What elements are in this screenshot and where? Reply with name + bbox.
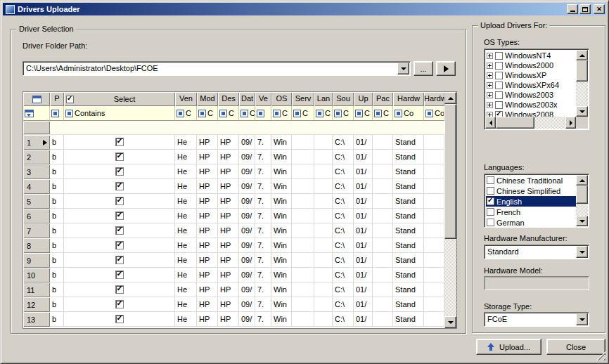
cell-p[interactable]: b xyxy=(50,150,64,164)
column-header-ve[interactable]: Ve xyxy=(255,92,271,106)
cell-p[interactable]: b xyxy=(50,312,64,327)
filter-cell-serv[interactable]: C xyxy=(292,106,314,121)
cell-hardw2[interactable] xyxy=(424,282,444,297)
scroll-up-button[interactable] xyxy=(576,50,588,60)
row-number-cell[interactable]: 7 xyxy=(23,223,50,238)
cell-p[interactable]: b xyxy=(50,268,64,282)
cell-sou[interactable]: C:\ xyxy=(333,297,354,312)
column-header-dat[interactable]: Dat xyxy=(239,92,255,106)
expand-plus-icon[interactable] xyxy=(487,82,493,89)
cell-select[interactable] xyxy=(64,194,175,209)
column-header-p[interactable]: P xyxy=(50,92,64,106)
filter-cell-p[interactable] xyxy=(50,106,64,121)
scrollbar-thumb[interactable] xyxy=(576,60,588,82)
cell-select[interactable] xyxy=(64,164,175,179)
cell-select[interactable] xyxy=(64,297,175,312)
storage-type-combobox[interactable]: FCoE xyxy=(484,312,589,327)
os-type-item[interactable]: WindowsNT4 xyxy=(486,51,576,60)
row-select-checkbox[interactable] xyxy=(115,241,124,249)
language-checkbox[interactable] xyxy=(487,219,494,226)
cell-serv[interactable] xyxy=(292,297,314,312)
expand-plus-icon[interactable] xyxy=(487,63,493,69)
cell-sou[interactable]: C:\ xyxy=(333,179,354,194)
row-number-cell[interactable]: 5 xyxy=(23,194,50,209)
cell-serv[interactable] xyxy=(292,223,314,238)
cell-dat[interactable]: 09/ xyxy=(239,253,255,268)
cell-lan[interactable] xyxy=(314,282,333,297)
cell-p[interactable]: b xyxy=(50,194,64,209)
filter-cell-ven[interactable]: C xyxy=(175,106,197,121)
cell-select[interactable] xyxy=(64,282,175,297)
cell-p[interactable]: b xyxy=(50,164,64,179)
cell-des[interactable]: HP xyxy=(218,253,239,268)
cell-pac[interactable] xyxy=(373,223,393,238)
cell-lan[interactable] xyxy=(314,135,333,150)
column-header-os[interactable]: OS xyxy=(271,92,292,106)
cell-pac[interactable] xyxy=(373,179,393,194)
table-row[interactable]: 12bHeHPHP09/7.WinC:\01/Stand xyxy=(23,297,444,312)
cell-ven[interactable]: He xyxy=(175,209,197,223)
cell-select[interactable] xyxy=(64,179,175,194)
cell-os[interactable]: Win xyxy=(271,253,292,268)
row-select-checkbox[interactable] xyxy=(115,212,124,220)
cell-dat[interactable]: 09/ xyxy=(239,150,255,164)
cell-hardw2[interactable] xyxy=(424,253,444,268)
cell-select[interactable] xyxy=(64,238,175,253)
cell-hardw2[interactable] xyxy=(424,238,444,253)
cell-des[interactable]: HP xyxy=(218,179,239,194)
cell-hardw2[interactable] xyxy=(424,150,444,164)
cell-ven[interactable]: He xyxy=(175,297,197,312)
cell-mod[interactable]: HP xyxy=(197,238,218,253)
filter-condition-icon[interactable] xyxy=(273,110,281,117)
table-row[interactable]: 3bHeHPHP09/7.WinC:\01/Stand xyxy=(23,164,444,179)
filter-cell-mod[interactable]: C xyxy=(197,106,218,121)
os-type-checkbox[interactable] xyxy=(495,52,503,60)
cell-dat[interactable]: 09/ xyxy=(239,135,255,150)
cell-mod[interactable]: HP xyxy=(197,223,218,238)
scroll-up-button[interactable] xyxy=(444,92,456,104)
upload-button[interactable]: Upload... xyxy=(476,339,541,355)
cell-ven[interactable]: He xyxy=(175,238,197,253)
column-header-select[interactable]: Select xyxy=(64,92,175,106)
cell-pac[interactable] xyxy=(373,238,393,253)
cell-lan[interactable] xyxy=(314,238,333,253)
cell-lan[interactable] xyxy=(314,179,333,194)
cell-dat[interactable]: 09/ xyxy=(239,223,255,238)
column-header-des[interactable]: Des xyxy=(218,92,239,106)
cell-os[interactable]: Win xyxy=(271,268,292,282)
cell-select[interactable] xyxy=(64,135,175,150)
storage-type-value[interactable]: FCoE xyxy=(487,315,575,323)
cell-up[interactable]: 01/ xyxy=(354,179,373,194)
cell-ven[interactable]: He xyxy=(175,179,197,194)
cell-mod[interactable]: HP xyxy=(197,209,218,223)
row-number-cell[interactable]: 4 xyxy=(23,179,50,194)
scroll-up-button[interactable] xyxy=(576,175,588,186)
os-type-item[interactable]: Windows2003 xyxy=(486,90,576,100)
row-number-cell[interactable]: 1 xyxy=(23,135,50,150)
minimize-button[interactable] xyxy=(567,4,578,14)
cell-hardw1[interactable]: Stand xyxy=(393,253,424,268)
cell-hardw1[interactable]: Stand xyxy=(393,238,424,253)
cell-mod[interactable]: HP xyxy=(197,282,218,297)
cell-up[interactable]: 01/ xyxy=(354,312,373,327)
scroll-down-button[interactable] xyxy=(576,106,588,117)
os-type-item[interactable]: Windows2008 xyxy=(486,110,576,117)
cell-dat[interactable]: 09/ xyxy=(239,297,255,312)
cell-sou[interactable]: C:\ xyxy=(333,135,354,150)
maximize-button[interactable] xyxy=(579,4,591,14)
os-type-item[interactable]: Windows2000 xyxy=(486,60,576,70)
expand-plus-icon[interactable] xyxy=(487,102,493,108)
cell-hardw2[interactable] xyxy=(424,164,444,179)
os-type-checkbox[interactable] xyxy=(495,91,503,99)
cell-sou[interactable]: C:\ xyxy=(333,282,354,297)
language-item[interactable]: Chinese Traditional xyxy=(486,175,576,186)
row-select-checkbox[interactable] xyxy=(115,182,124,190)
filter-condition-icon[interactable] xyxy=(51,110,59,117)
filter-condition-icon[interactable] xyxy=(425,110,433,117)
row-select-checkbox[interactable] xyxy=(115,256,124,264)
cell-hardw2[interactable] xyxy=(424,297,444,312)
cell-up[interactable]: 01/ xyxy=(354,268,373,282)
cell-dat[interactable]: 09/ xyxy=(239,164,255,179)
scrollbar-thumb[interactable] xyxy=(444,104,456,239)
table-row[interactable]: 2bHeHPHP09/7.WinC:\01/Stand xyxy=(23,150,444,164)
